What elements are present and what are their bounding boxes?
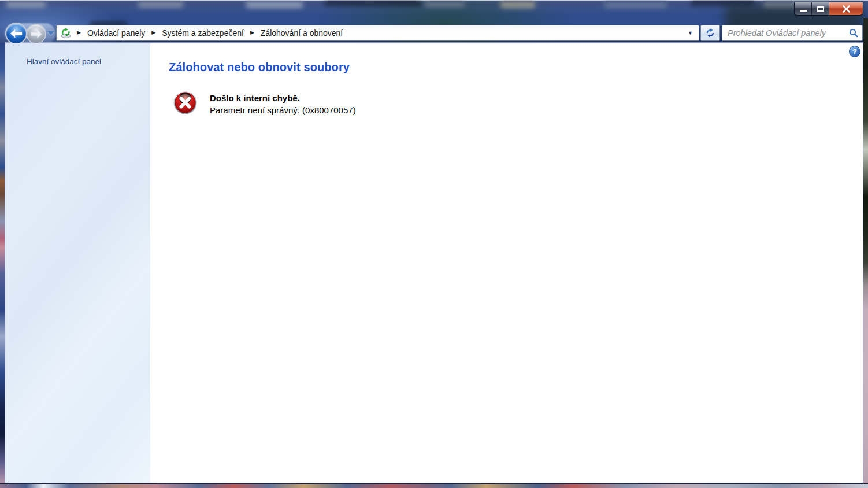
search-box [722,25,863,41]
desktop-blur-blob [246,1,303,8]
breadcrumb-separator-icon[interactable]: ▶ [151,29,155,35]
search-input[interactable] [722,25,845,40]
refresh-button[interactable] [700,25,720,41]
search-icon[interactable] [845,28,862,38]
desktop-blur-blob [324,1,422,6]
sidebar: Hlavní ovládací panel [5,43,150,483]
desktop-blur-blob [604,1,667,8]
arrow-right-icon [31,29,42,39]
breadcrumb-item-backup-restore[interactable]: Zálohování a obnovení [259,27,344,39]
window-frame-left [0,43,5,488]
desktop-blur-blob [425,1,465,7]
window-frame-right [863,18,868,488]
desktop-blur-blob [138,1,184,8]
magnifier-icon [849,28,858,38]
maximize-icon [817,6,824,12]
screen: { "window": { "help_glyph": "?", "contro… [0,0,868,488]
backup-restore-icon [60,28,72,38]
error-message-block: Došlo k interní chybě. Parametr není spr… [173,91,356,116]
breadcrumb-item-system-security[interactable]: Systém a zabezpečení [161,27,245,39]
client-area: Hlavní ovládací panel ? Zálohovat nebo o… [5,43,863,483]
control-panel-window: ▶ Ovládací panely ▶ Systém a zabezpečení… [0,0,868,488]
window-controls [795,2,863,15]
desktop-blur-blob [6,1,46,8]
breadcrumb-separator-icon[interactable]: ▶ [250,29,254,35]
help-icon: ? [852,47,857,56]
desktop-blur-blob [500,1,536,8]
recent-pages-dropdown[interactable] [47,31,54,35]
error-icon [173,91,197,114]
minimize-button[interactable] [795,2,812,15]
close-button[interactable] [829,2,863,15]
address-dropdown-icon[interactable]: ▼ [685,30,695,36]
page-title: Zálohovat nebo obnovit soubory [169,61,350,74]
forward-button-disabled[interactable] [27,25,45,43]
close-icon [842,5,851,13]
help-button[interactable]: ? [849,46,860,57]
address-bar[interactable]: ▶ Ovládací panely ▶ Systém a zabezpečení… [56,25,699,41]
maximize-button[interactable] [812,2,829,15]
main-content: ? Zálohovat nebo obnovit soubory [150,43,863,483]
error-texts: Došlo k interní chybě. Parametr není spr… [210,91,356,116]
sidebar-item-control-panel-home[interactable]: Hlavní ovládací panel [27,57,101,66]
error-message: Parametr není správný. (0x80070057) [210,104,356,116]
minimize-icon [800,10,807,12]
back-button[interactable] [6,24,26,43]
breadcrumb-separator-icon[interactable]: ▶ [77,29,81,35]
arrow-left-icon [10,28,23,39]
breadcrumb-item-control-panel[interactable]: Ovládací panely [86,27,146,39]
error-title: Došlo k interní chybě. [210,93,356,104]
window-frame-bottom [0,483,868,488]
refresh-icon [704,28,716,38]
